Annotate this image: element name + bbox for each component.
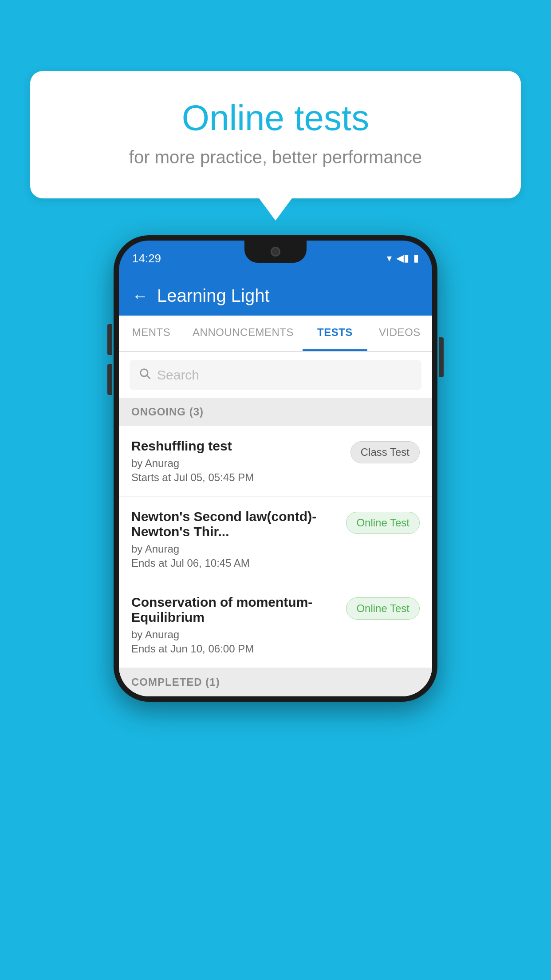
phone-container: 14:29 ▾ ◀▮ ▮ ← Learning Light MENTS ANNO… <box>114 235 437 702</box>
test-item[interactable]: Reshuffling test by Anurag Starts at Jul… <box>119 426 432 497</box>
phone-camera <box>271 247 280 257</box>
test-item[interactable]: Newton's Second law(contd)-Newton's Thir… <box>119 497 432 582</box>
speech-bubble-title: Online tests <box>57 98 494 138</box>
back-button[interactable]: ← <box>132 287 148 305</box>
tab-tests[interactable]: TESTS <box>303 316 367 351</box>
test-author: by Anurag <box>131 457 342 470</box>
wifi-icon: ▾ <box>387 253 392 264</box>
search-icon <box>138 367 151 383</box>
app-bar: ← Learning Light <box>119 276 432 316</box>
test-info: Reshuffling test by Anurag Starts at Jul… <box>131 439 342 484</box>
search-container: Search <box>119 352 432 398</box>
ongoing-section-header: ONGOING (3) <box>119 398 432 426</box>
power-button <box>439 337 444 377</box>
test-info: Newton's Second law(contd)-Newton's Thir… <box>131 509 337 569</box>
test-name: Newton's Second law(contd)-Newton's Thir… <box>131 509 337 539</box>
tab-announcements[interactable]: ANNOUNCEMENTS <box>184 316 303 351</box>
phone-notch <box>244 241 307 263</box>
test-author: by Anurag <box>131 628 337 641</box>
test-date: Starts at Jul 05, 05:45 PM <box>131 471 342 484</box>
test-item[interactable]: Conservation of momentum-Equilibrium by … <box>119 582 432 668</box>
speech-bubble: Online tests for more practice, better p… <box>30 71 521 198</box>
svg-line-1 <box>147 375 150 378</box>
volume-up-button <box>107 324 112 355</box>
completed-section-header: COMPLETED (1) <box>119 668 432 696</box>
volume-down-button <box>107 364 112 395</box>
battery-icon: ▮ <box>413 253 419 264</box>
test-date: Ends at Jul 06, 10:45 AM <box>131 557 337 569</box>
test-info: Conservation of momentum-Equilibrium by … <box>131 595 337 655</box>
test-author: by Anurag <box>131 543 337 555</box>
search-bar[interactable]: Search <box>130 360 421 390</box>
speech-bubble-subtitle: for more practice, better performance <box>57 147 494 167</box>
tab-videos[interactable]: VIDEOS <box>367 316 432 351</box>
search-input[interactable]: Search <box>157 368 199 383</box>
signal-icon: ◀▮ <box>396 253 409 264</box>
test-badge: Online Test <box>346 597 420 620</box>
test-name: Conservation of momentum-Equilibrium <box>131 595 337 625</box>
tabs-container: MENTS ANNOUNCEMENTS TESTS VIDEOS <box>119 316 432 352</box>
status-icons: ▾ ◀▮ ▮ <box>387 253 419 264</box>
status-bar: 14:29 ▾ ◀▮ ▮ <box>119 241 432 276</box>
test-badge: Class Test <box>350 441 420 463</box>
test-badge: Online Test <box>346 512 420 534</box>
test-list: Reshuffling test by Anurag Starts at Jul… <box>119 426 432 668</box>
test-name: Reshuffling test <box>131 439 342 454</box>
phone-frame: 14:29 ▾ ◀▮ ▮ ← Learning Light MENTS ANNO… <box>114 235 437 702</box>
status-time: 14:29 <box>132 252 161 265</box>
app-title: Learning Light <box>157 286 270 306</box>
test-date: Ends at Jun 10, 06:00 PM <box>131 643 337 655</box>
tab-ments[interactable]: MENTS <box>119 316 184 351</box>
phone-screen: ← Learning Light MENTS ANNOUNCEMENTS TES… <box>119 276 432 696</box>
speech-bubble-container: Online tests for more practice, better p… <box>30 71 521 198</box>
